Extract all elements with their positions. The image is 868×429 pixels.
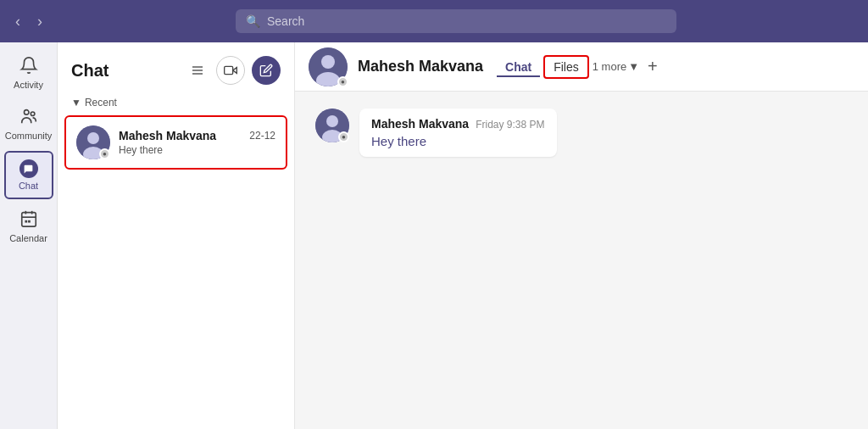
community-icon: [19, 107, 38, 128]
sidebar-label-chat: Chat: [19, 181, 38, 191]
chat-item-mahesh[interactable]: ● Mahesh Makvana 22-12 Hey there: [64, 115, 287, 170]
back-button[interactable]: ‹: [10, 9, 25, 34]
svg-rect-6: [25, 220, 27, 223]
sidebar-item-community[interactable]: Community: [4, 100, 53, 148]
search-input[interactable]: [267, 14, 666, 28]
top-bar: ‹ › 🔍: [0, 0, 868, 42]
filter-button[interactable]: [186, 58, 209, 82]
message-time: Friday 9:38 PM: [476, 119, 544, 131]
sidebar-item-chat[interactable]: Chat: [4, 151, 53, 199]
svg-marker-11: [233, 68, 237, 74]
chat-item-time: 22-12: [249, 130, 275, 142]
svg-point-17: [321, 55, 335, 69]
message-bubble: Mahesh Makvana Friday 9:38 PM Hey there: [359, 109, 557, 157]
recent-section-label: ▼ Recent: [58, 92, 294, 112]
recent-chevron: ▼: [71, 97, 81, 109]
message-text: Hey there: [371, 134, 545, 148]
sidebar-item-calendar[interactable]: Calendar: [4, 203, 53, 250]
calendar-icon: [19, 209, 38, 231]
svg-point-0: [24, 110, 29, 115]
search-bar: 🔍: [236, 9, 676, 33]
content-area: ● Mahesh Makvana Chat Files 1 more ▼ +: [295, 42, 868, 429]
message-avatar-wrap: ●: [315, 109, 349, 142]
main-layout: Activity Community Chat: [0, 42, 868, 429]
avatar-status-indicator: ●: [99, 148, 110, 159]
svg-point-14: [87, 132, 99, 144]
svg-rect-2: [21, 213, 36, 226]
chat-panel-title: Chat: [71, 61, 179, 81]
add-tab-button[interactable]: +: [643, 55, 663, 78]
chat-item-info: Mahesh Makvana 22-12 Hey there: [119, 129, 275, 156]
chat-list-panel: Chat ▼: [58, 42, 295, 429]
bell-icon: [19, 56, 38, 77]
forward-button[interactable]: ›: [32, 9, 47, 34]
tab-files[interactable]: Files: [543, 55, 589, 79]
message-meta: Mahesh Makvana Friday 9:38 PM: [371, 117, 545, 131]
video-call-button[interactable]: [216, 56, 245, 85]
content-avatar-wrap: ●: [309, 47, 348, 86]
chat-icon: [19, 159, 38, 178]
svg-rect-7: [28, 220, 31, 223]
content-avatar-status: ●: [337, 76, 348, 87]
sidebar-label-activity: Activity: [14, 80, 43, 90]
sidebar: Activity Community Chat: [0, 42, 58, 429]
chat-item-name: Mahesh Makvana: [119, 129, 216, 142]
message-sender: Mahesh Makvana: [371, 117, 469, 131]
content-contact-name: Mahesh Makvana: [358, 58, 483, 75]
svg-point-20: [326, 115, 338, 127]
chat-list-header: Chat: [58, 42, 294, 92]
content-header: ● Mahesh Makvana Chat Files 1 more ▼ +: [295, 42, 868, 92]
svg-point-1: [31, 112, 35, 116]
search-icon: 🔍: [246, 14, 260, 28]
tab-more[interactable]: 1 more ▼: [593, 60, 639, 73]
messages-area: ● Mahesh Makvana Friday 9:38 PM Hey ther…: [295, 92, 868, 429]
tab-chat[interactable]: Chat: [497, 57, 540, 77]
chat-item-name-row: Mahesh Makvana 22-12: [119, 129, 275, 142]
compose-button[interactable]: [252, 56, 281, 85]
message-avatar-status: ●: [338, 131, 349, 142]
message-row: ● Mahesh Makvana Friday 9:38 PM Hey ther…: [315, 109, 848, 157]
chevron-down-icon: ▼: [628, 60, 639, 73]
chat-avatar-wrap: ●: [76, 125, 110, 159]
sidebar-label-community: Community: [5, 131, 53, 141]
content-tabs: Chat Files 1 more ▼ +: [497, 55, 663, 79]
sidebar-label-calendar: Calendar: [9, 233, 47, 243]
svg-rect-12: [225, 66, 233, 74]
sidebar-item-activity[interactable]: Activity: [4, 49, 53, 97]
chat-item-preview: Hey there: [119, 144, 275, 156]
